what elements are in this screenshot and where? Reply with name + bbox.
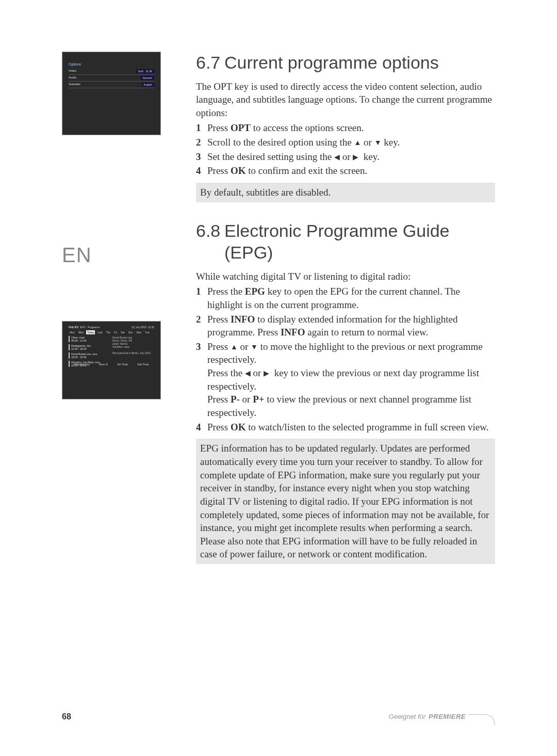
step-text: Press OPT to access the options screen. — [207, 121, 495, 135]
screenshot-epg: PHILIPS EPG Programm 22 July 2003 12:35 … — [62, 321, 161, 399]
language-badge: EN — [62, 244, 181, 267]
main-content: 6.7 Current programme options The OPT ke… — [196, 52, 495, 564]
premiere-badge: Geeignet für PREMIERE — [389, 711, 495, 722]
ss1-row: VideoDaVi · 21.06 — [69, 68, 154, 75]
section-6-8-intro: While watching digital TV or listening t… — [196, 270, 495, 283]
section-6-7-steps: 1Press OPT to access the options screen.… — [196, 121, 495, 178]
step-text: Scroll to the desired option using the o… — [207, 136, 495, 149]
ss2-tabs: Mon Wed Today Last Thu Fri Sat Sun Mon T… — [69, 330, 154, 334]
step-text: Press INFO to display extended informati… — [207, 313, 495, 339]
section-6-7-heading: 6.7 Current programme options — [196, 52, 495, 74]
section-6-7-intro: The OPT key is used to directly access t… — [196, 80, 495, 120]
step-text: Press OK to confirm and exit the screen. — [207, 164, 495, 178]
step-text: Set the desired setting using the or key… — [207, 150, 495, 164]
step-text: Press the EPG key to open the EPG for th… — [207, 285, 495, 311]
section-6-7-note: By default, subtitles are disabled. — [196, 183, 495, 202]
manual-page: Options VideoDaVi · 21.06 AudioDeutsch S… — [0, 0, 557, 756]
page-footer: 68 Geeignet für PREMIERE — [62, 711, 495, 722]
arc-icon — [469, 714, 495, 725]
section-6-8-steps: 1Press the EPG key to open the EPG for t… — [196, 285, 495, 433]
left-column: Options VideoDaVi · 21.06 AudioDeutsch S… — [62, 52, 181, 399]
screenshot-options: Options VideoDaVi · 21.06 AudioDeutsch S… — [62, 52, 161, 135]
ss1-row: SubtitlesEnglish — [69, 82, 154, 88]
step-text: Press or to move the highlight to the pr… — [207, 340, 495, 420]
step-text: Press OK to watch/listen to the selected… — [207, 421, 495, 434]
ss1-row: AudioDeutsch — [69, 75, 154, 82]
ss1-title: Options — [69, 62, 154, 66]
page-number: 68 — [62, 712, 71, 721]
section-6-8-heading: 6.8 Electronic Programme Guide (EPG) — [196, 220, 495, 264]
section-6-8-note: EPG information has to be updated regula… — [196, 439, 495, 564]
